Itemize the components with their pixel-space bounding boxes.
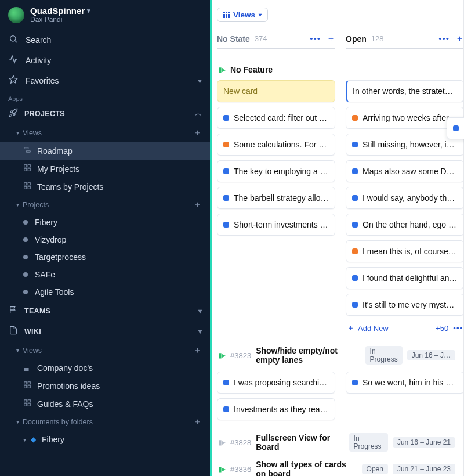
view-my-projects[interactable]: My Projects (0, 160, 210, 178)
add-new-button[interactable]: Add New (358, 324, 389, 333)
svg-marker-2 (9, 75, 17, 83)
card-text: Still missing, however, is th… (362, 140, 458, 149)
nav-search[interactable]: Search (0, 30, 210, 50)
views-button[interactable]: Views ▾ (217, 8, 268, 22)
card[interactable]: The barbell strategy allows… (217, 187, 335, 209)
plus-icon[interactable]: ＋ (193, 127, 202, 138)
nav-favorites[interactable]: Favorites ▾ (0, 70, 210, 91)
section-teams-label: TEAMS (24, 307, 50, 315)
project-vizydrop[interactable]: Vizydrop (0, 231, 210, 248)
board-icon (23, 182, 31, 192)
card-text: The key to employing a bu… (234, 167, 329, 176)
column-count: 128 (371, 34, 384, 43)
more-icon[interactable]: ••• (310, 34, 321, 44)
card-type-icon (223, 406, 229, 412)
plus-icon[interactable]: ＋ (193, 345, 202, 356)
wiki-company-docs[interactable]: ≣ Company doc's (0, 359, 210, 377)
card-text: I would say, anybody that… (362, 193, 458, 203)
section-wiki-label: WIKI (24, 327, 41, 336)
plus-icon[interactable]: ＋ (327, 33, 335, 44)
plus-icon[interactable]: ＋ (455, 33, 463, 44)
view-teams-by-projects[interactable]: Teams by Projects (0, 178, 210, 196)
section-wiki[interactable]: WIKI ▾ (0, 321, 210, 341)
projects-list-header[interactable]: ▾ Projects ＋ (0, 196, 210, 214)
card[interactable]: I found that delightful and… (346, 267, 463, 289)
wiki-item-label: Promotions ideas (37, 381, 100, 391)
show-more-count[interactable]: +50 (436, 324, 448, 333)
plus-icon[interactable]: ＋ (193, 416, 202, 427)
project-dot-icon (23, 220, 28, 225)
diamond-icon: ◆ (31, 435, 36, 443)
lane-header-no-feature[interactable]: ▮▸ No Feature (211, 63, 462, 78)
wiki-guides[interactable]: Guides & FAQs (0, 395, 210, 413)
view-roadmap[interactable]: Roadmap (0, 142, 210, 160)
lane-title: Fullscreen View for Board (256, 433, 339, 452)
wiki-item-label: Company doc's (37, 363, 93, 373)
nav-activity-label: Activity (26, 56, 51, 65)
card[interactable]: I mean this is, of course, a… (346, 240, 463, 262)
wiki-item-label: Guides & FAQs (37, 399, 93, 409)
lane-header-3823[interactable]: ▮▸ #3823 Show/hide empty/not empty lanes… (211, 341, 462, 369)
project-agile-tools[interactable]: Agile Tools (0, 283, 210, 301)
card[interactable]: The key to employing a bu… (217, 160, 335, 182)
card-type-icon (352, 275, 358, 281)
lane-id: #3836 (230, 465, 251, 474)
view-roadmap-label: Roadmap (37, 146, 72, 156)
project-safe[interactable]: SAFe (0, 266, 210, 283)
chevron-down-icon: ▾ (23, 437, 26, 443)
card[interactable]: Arriving two weeks after th… (346, 107, 463, 129)
card-text: I was proposing searching… (234, 378, 329, 387)
card[interactable]: It's still to me very mysteri… (346, 294, 463, 316)
rocket-icon (8, 108, 19, 119)
section-teams[interactable]: TEAMS ▾ (0, 301, 210, 321)
card-type-icon (352, 222, 358, 228)
workspace-header[interactable]: QuadSpinner ▾ Dax Pandi (0, 0, 210, 30)
card[interactable]: Selected card: filter out de… (217, 107, 335, 129)
card[interactable]: Short-term investments as… (217, 214, 335, 236)
card[interactable]: Some calculations. For exa… (217, 134, 335, 156)
card[interactable]: On the other hand, ego als… (346, 214, 463, 236)
chevron-down-icon: ▾ (198, 307, 202, 315)
more-icon[interactable]: ••• (453, 324, 463, 333)
card-text: Short-term investments as… (234, 220, 329, 229)
card[interactable]: So we went, him in his whe… (346, 372, 463, 394)
card[interactable]: In other words, the stratet… (346, 80, 463, 102)
lane-status: In Progress (349, 433, 388, 452)
section-projects[interactable]: PROJECTS ︿ (0, 103, 210, 124)
chevron-down-icon: ▾ (259, 12, 262, 18)
card[interactable]: Maps also saw some Dark… (346, 160, 463, 182)
nav-activity[interactable]: Activity (0, 50, 210, 70)
card-text: On the other hand, ego als… (362, 220, 458, 229)
lane-date: Jun 16 – J… (407, 350, 455, 360)
lane-date: Jun 16 – June 21 (393, 437, 455, 448)
chevron-down-icon: ▾ (16, 201, 19, 208)
card-text: Selected card: filter out de… (234, 113, 329, 122)
project-label: SAFe (35, 270, 55, 279)
new-card-input[interactable]: New card (217, 80, 335, 102)
wiki-views-header[interactable]: ▾ Views ＋ (0, 341, 210, 359)
project-targetprocess[interactable]: Targetprocess (0, 248, 210, 266)
sidebar-resize-handle[interactable] (210, 0, 212, 476)
project-fibery[interactable]: Fibery (0, 214, 210, 231)
card-text: I found that delightful and… (362, 273, 458, 283)
card-type-icon (352, 302, 358, 308)
plus-icon[interactable]: ＋ (347, 323, 354, 333)
card[interactable]: I would say, anybody that… (346, 187, 463, 209)
board-icon (23, 381, 31, 391)
wiki-promotions[interactable]: Promotions ideas (0, 377, 210, 395)
more-icon[interactable]: ••• (438, 34, 449, 44)
projects-views-header[interactable]: ▾ Views ＋ (0, 124, 210, 142)
floating-card[interactable]: He (447, 117, 464, 139)
docs-by-folders-header[interactable]: ▾ Documents by folders ＋ (0, 413, 210, 431)
lane-title: Show/hide empty/not empty lanes (256, 346, 356, 365)
card[interactable]: I was proposing searching… (217, 372, 335, 394)
flag-icon: ▮▸ (218, 465, 226, 473)
card[interactable]: Investments as they reach… (217, 398, 335, 420)
card[interactable]: Still missing, however, is th… (346, 134, 463, 156)
plus-icon[interactable]: ＋ (193, 199, 202, 210)
toolbar: Views ▾ (210, 0, 463, 28)
lane-header-3828[interactable]: ▮▸ #3828 Fullscreen View for Board In Pr… (211, 431, 462, 454)
lane-header-3836[interactable]: ▮▸ #3836 Show all types of cards on boar… (211, 457, 462, 476)
doc-folder-fibery[interactable]: ▾ ◆ Fibery (0, 431, 210, 448)
grid-icon (223, 12, 230, 18)
